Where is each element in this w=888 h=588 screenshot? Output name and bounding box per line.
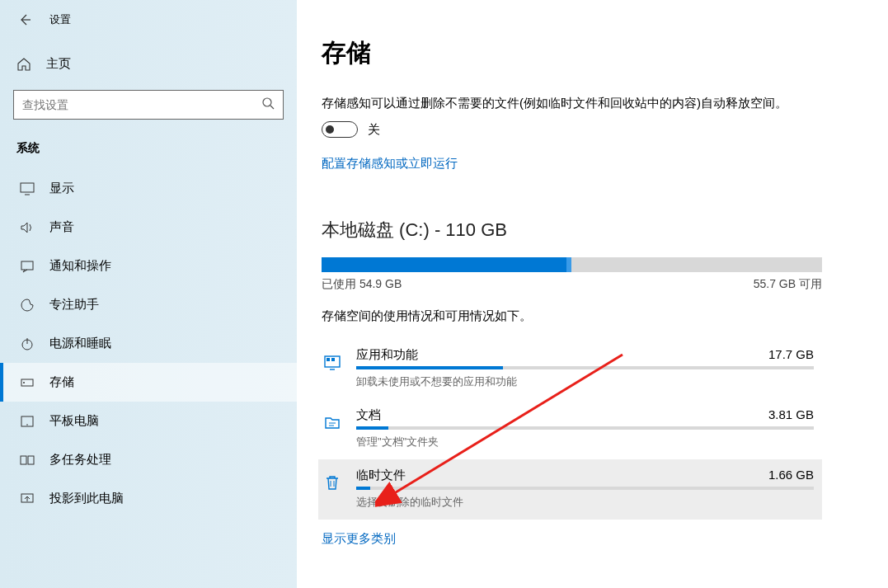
main-content: 存储 存储感知可以通过删除不需要的文件(例如临时文件和回收站中的内容)自动释放空… (297, 0, 888, 588)
category-temp[interactable]: 临时文件 1.66 GB 选择要删除的临时文件 (318, 459, 822, 520)
search-input[interactable] (22, 98, 275, 111)
svg-rect-2 (21, 261, 33, 270)
svg-point-5 (23, 382, 25, 383)
svg-point-7 (26, 424, 28, 426)
display-icon (20, 182, 35, 195)
toggle-label: 关 (368, 122, 380, 138)
sound-icon (20, 221, 35, 234)
cat-bar (356, 426, 814, 430)
storage-sense-toggle[interactable] (322, 121, 358, 138)
apps-icon (322, 347, 343, 377)
section-header: 系统 (0, 134, 297, 169)
disk-title: 本地磁盘 (C:) - 110 GB (322, 218, 822, 242)
sidebar-item-label: 投影到此电脑 (49, 491, 124, 506)
configure-link[interactable]: 配置存储感知或立即运行 (322, 156, 458, 172)
sidebar-item-multitask[interactable]: 多任务处理 (0, 440, 297, 479)
sidebar-item-label: 通知和操作 (49, 258, 111, 274)
search-box[interactable] (13, 90, 284, 120)
sidebar-item-storage[interactable]: 存储 (0, 363, 297, 402)
cat-title: 临时文件 (356, 468, 406, 483)
tablet-icon (20, 415, 35, 428)
focus-icon (20, 298, 35, 313)
search-icon (261, 96, 275, 113)
trash-icon (322, 468, 343, 497)
free-label: 55.7 GB 可用 (754, 277, 822, 292)
settings-label: 设置 (49, 12, 71, 27)
disk-usage-bar (322, 257, 822, 272)
cat-bar (356, 366, 814, 369)
show-more-link[interactable]: 显示更多类别 (322, 531, 396, 547)
storage-icon (20, 376, 35, 389)
usage-fill-secondary (566, 257, 571, 272)
home-label: 主页 (46, 56, 71, 72)
sidebar-item-sound[interactable]: 声音 (0, 208, 297, 247)
cat-size: 17.7 GB (768, 347, 814, 361)
sidebar-item-notifications[interactable]: 通知和操作 (0, 247, 297, 285)
svg-point-0 (263, 98, 271, 106)
svg-rect-13 (331, 358, 335, 361)
usage-fill-primary (322, 257, 566, 272)
sidebar-item-tablet[interactable]: 平板电脑 (0, 402, 297, 440)
cat-hint: 卸载未使用或不想要的应用和功能 (356, 374, 814, 389)
sidebar-item-power[interactable]: 电源和睡眠 (0, 324, 297, 363)
sidebar-item-label: 声音 (49, 219, 74, 235)
toggle-knob (326, 125, 334, 134)
sidebar: 设置 主页 系统 显示 声音 通知和操作 专注助手 电源和睡眠 (0, 0, 297, 588)
svg-rect-1 (21, 183, 34, 192)
cat-bar (356, 487, 814, 490)
cat-hint: 选择要删除的临时文件 (356, 495, 814, 510)
home-icon (16, 57, 31, 72)
multitask-icon (20, 454, 35, 467)
used-label: 已使用 54.9 GB (322, 277, 402, 292)
usage-desc: 存储空间的使用情况和可用情况如下。 (322, 308, 822, 324)
svg-rect-8 (21, 456, 26, 464)
notify-icon (20, 260, 35, 273)
cat-size: 1.66 GB (768, 468, 814, 482)
svg-rect-12 (327, 358, 330, 361)
sidebar-item-label: 多任务处理 (49, 452, 111, 468)
sidebar-item-label: 平板电脑 (49, 413, 99, 429)
power-icon (20, 336, 35, 351)
svg-rect-11 (325, 356, 340, 367)
cat-title: 文档 (356, 407, 381, 423)
sidebar-item-focus[interactable]: 专注助手 (0, 285, 297, 324)
cat-hint: 管理"文档"文件夹 (356, 435, 814, 449)
page-title: 存储 (322, 36, 822, 70)
cat-title: 应用和功能 (356, 347, 418, 363)
sidebar-item-label: 专注助手 (49, 297, 99, 313)
category-apps[interactable]: 应用和功能 17.7 GB 卸载未使用或不想要的应用和功能 (322, 339, 822, 399)
docs-icon (322, 407, 343, 437)
sidebar-item-display[interactable]: 显示 (0, 169, 297, 208)
cat-size: 3.81 GB (768, 407, 814, 421)
svg-rect-9 (28, 456, 34, 464)
sidebar-item-project[interactable]: 投影到此电脑 (0, 479, 297, 518)
sidebar-item-label: 显示 (49, 181, 74, 196)
sidebar-item-label: 存储 (49, 374, 74, 390)
sidebar-item-label: 电源和睡眠 (49, 336, 111, 351)
project-icon (20, 492, 35, 506)
back-button[interactable] (16, 12, 33, 28)
storage-sense-desc: 存储感知可以通过删除不需要的文件(例如临时文件和回收站中的内容)自动释放空间。 (322, 93, 822, 113)
category-docs[interactable]: 文档 3.81 GB 管理"文档"文件夹 (322, 399, 822, 459)
home-nav[interactable]: 主页 (0, 45, 297, 83)
